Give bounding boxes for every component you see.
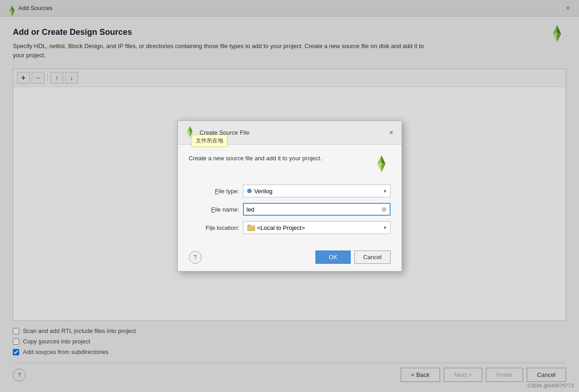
verilog-dot — [247, 189, 252, 193]
chevron-down-icon: ▾ — [384, 188, 386, 194]
dialog-title: Create Source File — [200, 129, 383, 136]
svg-marker-14 — [381, 155, 386, 164]
file-location-select[interactable]: <Local to Project> ▾ — [243, 221, 391, 234]
file-type-select[interactable]: Verilog ▾ — [243, 185, 391, 197]
file-name-control: ⊗ — [243, 203, 391, 216]
chevron-down-icon: ▾ — [384, 225, 386, 231]
dialog-vivado-logo — [372, 154, 391, 175]
svg-rect-19 — [248, 226, 254, 230]
file-location-value: <Local to Project> — [257, 224, 384, 231]
dialog-help-button[interactable]: ? — [189, 251, 202, 264]
create-source-dialog: Create Source File × Create a new source… — [177, 120, 402, 272]
dialog-footer: ? OK Cancel — [178, 247, 402, 271]
svg-marker-15 — [377, 163, 381, 172]
svg-marker-13 — [377, 155, 381, 164]
dialog-close-icon[interactable]: × — [387, 128, 396, 137]
input-clear-icon[interactable]: ⊗ — [380, 205, 389, 214]
modal-overlay: Create Source File × Create a new source… — [0, 0, 579, 392]
dialog-ok-button[interactable]: OK — [315, 250, 351, 264]
folder-icon — [247, 223, 255, 232]
dialog-logo — [183, 125, 196, 141]
dialog-title-bar: Create Source File × — [178, 121, 402, 145]
file-name-input[interactable] — [244, 206, 380, 213]
file-type-value: Verilog — [254, 188, 384, 195]
file-type-label: File type: — [189, 188, 239, 195]
file-location-label: File location: — [189, 224, 239, 231]
main-window: Add Sources × Add or Create Design Sourc… — [0, 0, 579, 392]
file-name-input-wrap: ⊗ — [243, 203, 391, 216]
dialog-body: Create a new source file and add it to y… — [178, 145, 402, 247]
file-type-row: File type: Verilog ▾ — [189, 185, 391, 197]
dialog-header-row: Create a new source file and add it to y… — [189, 154, 391, 175]
file-type-control: Verilog ▾ — [243, 185, 391, 197]
file-location-control: <Local to Project> ▾ 文件所在地 — [243, 221, 391, 234]
svg-marker-16 — [381, 163, 386, 172]
file-location-row: File location: <Local to Project> ▾ — [189, 221, 391, 234]
file-name-row: File name: ⊗ — [189, 203, 391, 216]
file-name-label: File name: — [189, 206, 239, 213]
dialog-cancel-button[interactable]: Cancel — [354, 250, 390, 264]
dialog-description: Create a new source file and add it to y… — [189, 154, 367, 163]
